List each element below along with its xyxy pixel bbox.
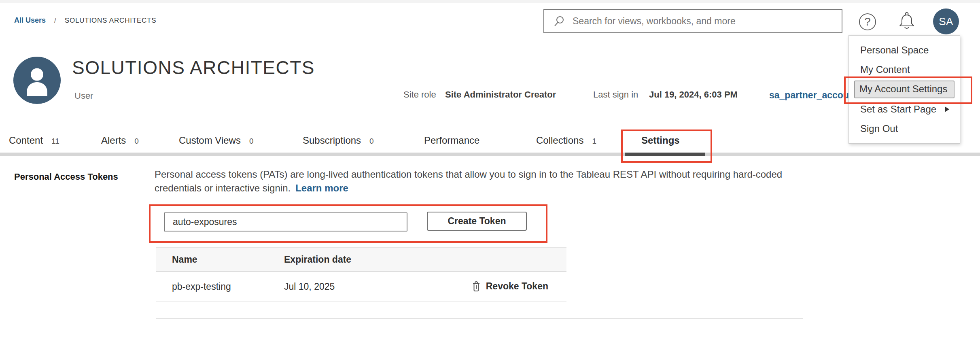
create-token-button[interactable]: Create Token [427, 212, 527, 231]
user-avatar-button[interactable]: SA [933, 8, 959, 34]
bell-icon [897, 26, 916, 33]
profile-avatar [13, 57, 61, 104]
account-name-link[interactable]: sa_partner_accou [769, 90, 849, 101]
menu-item-set-as-start-page[interactable]: Set as Start Page [849, 100, 960, 119]
column-header-name: Name [172, 254, 197, 265]
breadcrumb: All Users / SOLUTIONS ARCHITECTS [14, 16, 156, 25]
token-name-cell: pb-exp-testing [172, 281, 231, 292]
section-divider [156, 318, 803, 319]
tab-label: Custom Views [179, 135, 241, 146]
learn-more-link[interactable]: Learn more [295, 183, 348, 193]
column-header-expiration: Expiration date [284, 254, 351, 265]
tab-label: Content [9, 135, 43, 146]
tab-label: Subscriptions [303, 135, 361, 146]
help-button[interactable]: ? [859, 13, 876, 32]
tab-label: Settings [641, 135, 680, 146]
breadcrumb-all-users-link[interactable]: All Users [14, 16, 46, 24]
tableau-user-settings-page: All Users / SOLUTIONS ARCHITECTS ? [0, 0, 980, 344]
table-row: pb-exp-testing Jul 10, 2025 Revoke Token [156, 272, 566, 302]
tab-collections[interactable]: Collections 1 [536, 135, 596, 146]
token-name-input[interactable] [164, 212, 407, 231]
menu-item-my-content[interactable]: My Content [849, 60, 960, 79]
last-sign-in-label: Last sign in [593, 89, 638, 100]
site-role-value: Site Administrator Creator [445, 89, 556, 100]
user-account-menu: Personal Space My Content My Account Set… [848, 35, 960, 144]
tab-label: Alerts [101, 135, 126, 146]
help-icon: ? [859, 25, 876, 32]
menu-item-my-account-settings[interactable]: My Account Settings [854, 81, 955, 98]
tab-label: Performance [424, 135, 479, 146]
tab-count: 0 [249, 137, 254, 146]
revoke-token-button[interactable]: Revoke Token [472, 281, 548, 292]
pat-table: Name Expiration date pb-exp-testing Jul … [156, 247, 566, 302]
tab-count: 0 [134, 137, 139, 146]
tab-subscriptions[interactable]: Subscriptions 0 [303, 135, 374, 146]
breadcrumb-current: SOLUTIONS ARCHITECTS [65, 17, 157, 24]
pat-description: Personal access tokens (PATs) are long-l… [155, 168, 931, 195]
menu-item-sign-out[interactable]: Sign Out [849, 119, 960, 138]
submenu-arrow-icon [945, 106, 949, 112]
tab-count: 11 [51, 137, 59, 146]
site-role-label: Site role [403, 89, 436, 100]
last-sign-in-value: Jul 19, 2024, 6:03 PM [649, 89, 738, 100]
notifications-button[interactable] [897, 11, 916, 33]
page-title: SOLUTIONS ARCHITECTS [72, 57, 315, 79]
token-expiration-cell: Jul 10, 2025 [284, 281, 335, 292]
search-input[interactable] [572, 15, 842, 27]
top-hairline [0, 0, 980, 3]
pat-description-line2: credentials or interactive signin. [155, 183, 291, 193]
pat-section-label: Personal Access Tokens [14, 172, 118, 182]
svg-text:?: ? [864, 15, 871, 28]
table-header-row: Name Expiration date [156, 247, 566, 272]
tab-label: Collections [536, 135, 583, 146]
user-subtitle: User [74, 91, 93, 101]
breadcrumb-separator: / [54, 17, 56, 24]
search-icon [553, 15, 565, 28]
tab-count: 1 [592, 137, 596, 146]
tab-custom-views[interactable]: Custom Views 0 [179, 135, 254, 146]
tab-alerts[interactable]: Alerts 0 [101, 135, 139, 146]
tab-count: 0 [369, 137, 374, 146]
pat-description-line1: Personal access tokens (PATs) are long-l… [155, 169, 782, 180]
trash-icon [472, 281, 486, 292]
search-box [543, 9, 842, 33]
tab-performance[interactable]: Performance [424, 135, 479, 146]
menu-item-personal-space[interactable]: Personal Space [849, 40, 960, 60]
tab-settings[interactable]: Settings [641, 135, 680, 146]
tab-content[interactable]: Content 11 [9, 135, 59, 146]
person-icon [13, 98, 61, 105]
tab-bar-underline [0, 153, 980, 156]
active-tab-indicator [625, 153, 705, 156]
menu-item-label: Set as Start Page [860, 104, 936, 115]
revoke-token-label: Revoke Token [486, 281, 548, 292]
